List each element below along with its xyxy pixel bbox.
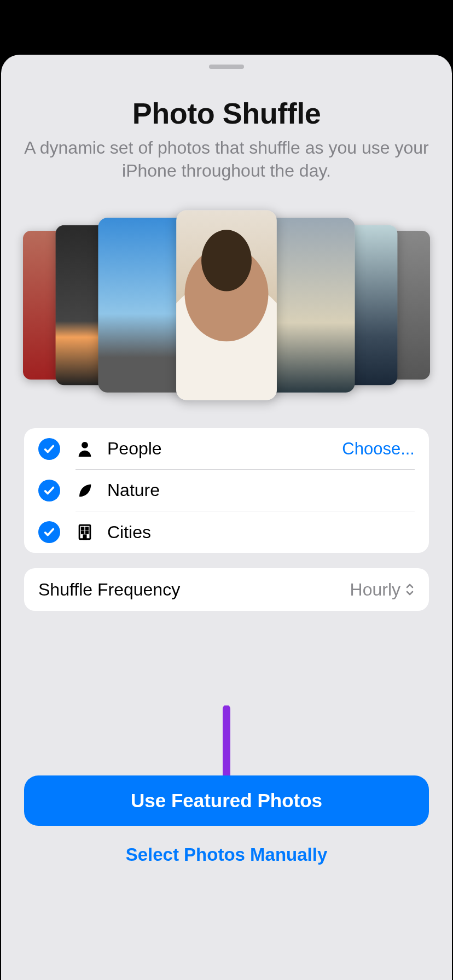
svg-point-0 xyxy=(82,442,88,448)
checkmark-icon[interactable] xyxy=(38,521,60,543)
photo-shuffle-sheet: Photo Shuffle A dynamic set of photos th… xyxy=(1,55,452,980)
shuffle-frequency-row[interactable]: Shuffle Frequency Hourly xyxy=(24,568,429,611)
photo-preview-carousel[interactable] xyxy=(1,199,452,412)
preview-photo-front xyxy=(176,211,277,400)
category-label: Cities xyxy=(107,522,415,542)
frequency-group: Shuffle Frequency Hourly xyxy=(24,568,429,611)
use-featured-photos-button[interactable]: Use Featured Photos xyxy=(24,775,429,826)
leaf-icon xyxy=(76,481,94,500)
category-row-nature[interactable]: Nature xyxy=(24,470,429,511)
frequency-label: Shuffle Frequency xyxy=(38,580,350,600)
select-photos-manually-button[interactable]: Select Photos Manually xyxy=(24,844,429,865)
sheet-grabber[interactable] xyxy=(209,65,244,69)
svg-rect-4 xyxy=(82,532,84,534)
svg-rect-6 xyxy=(84,535,86,539)
chevron-up-down-icon xyxy=(405,582,415,597)
svg-rect-2 xyxy=(82,528,84,530)
svg-rect-5 xyxy=(86,532,88,534)
category-label: People xyxy=(107,439,342,459)
svg-rect-3 xyxy=(86,528,88,530)
person-icon xyxy=(76,440,94,458)
building-icon xyxy=(76,523,94,541)
category-row-cities[interactable]: Cities xyxy=(24,511,429,553)
category-label: Nature xyxy=(107,480,415,500)
category-group: People Choose... Nature xyxy=(24,428,429,553)
bottom-actions: Use Featured Photos Select Photos Manual… xyxy=(1,775,452,865)
page-title: Photo Shuffle xyxy=(1,96,452,130)
frequency-value[interactable]: Hourly xyxy=(350,580,415,600)
category-row-people[interactable]: People Choose... xyxy=(24,428,429,470)
checkmark-icon[interactable] xyxy=(38,480,60,501)
choose-people-button[interactable]: Choose... xyxy=(342,439,415,459)
checkmark-icon[interactable] xyxy=(38,438,60,460)
page-subtitle: A dynamic set of photos that shuffle as … xyxy=(23,137,430,182)
